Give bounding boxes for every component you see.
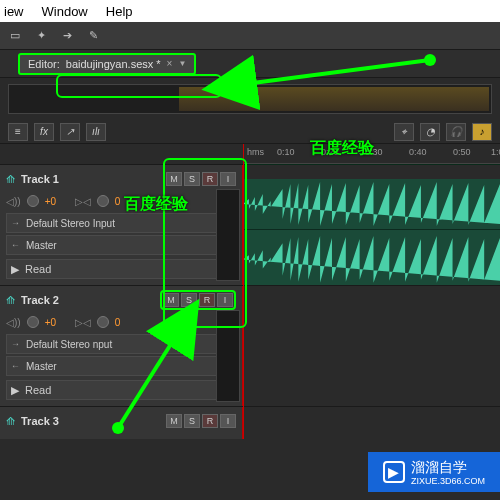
fx-button[interactable]: fx bbox=[34, 123, 54, 141]
track-lane-3[interactable] bbox=[243, 407, 500, 439]
track-name-label[interactable]: Track 3 bbox=[21, 415, 59, 427]
play-logo-icon: ▶ bbox=[383, 461, 405, 483]
tracks-container: ⟰ Track 1 M S R I ◁)) +0 ▷◁ 0 bbox=[0, 144, 500, 439]
msr-group-highlighted: M S R I bbox=[160, 290, 236, 310]
volume-knob[interactable] bbox=[27, 195, 39, 207]
solo-button[interactable]: S bbox=[181, 293, 197, 307]
metronome-icon[interactable]: ♪ bbox=[472, 123, 492, 141]
menu-view[interactable]: iew bbox=[4, 4, 24, 19]
close-icon[interactable]: × bbox=[167, 58, 173, 69]
volume-row: ◁)) +0 ▷◁ 0 bbox=[6, 312, 236, 332]
pan-value: 0 bbox=[115, 196, 139, 207]
monitor-button[interactable]: I bbox=[220, 172, 236, 186]
headphone-icon[interactable]: 🎧 bbox=[446, 123, 466, 141]
time-ruler[interactable]: hms 0:10 0:20 0:30 0:40 0:50 1:00 bbox=[243, 144, 500, 164]
play-icon: ▶ bbox=[11, 263, 19, 276]
ruler-unit-label: hms bbox=[247, 147, 264, 157]
menu-help[interactable]: Help bbox=[106, 4, 133, 19]
tool-icon-2[interactable]: ✦ bbox=[32, 27, 50, 45]
input-label: Default Stereo Input bbox=[26, 218, 211, 229]
play-icon: ▶ bbox=[11, 384, 19, 397]
level-meter bbox=[216, 310, 240, 402]
ruler-tick: 0:30 bbox=[365, 147, 383, 157]
track-header-2: ⟰ Track 2 M S R I ◁)) +0 ▷◁ 0 bbox=[0, 286, 243, 406]
mute-button[interactable]: M bbox=[166, 414, 182, 428]
pan-knob[interactable] bbox=[97, 195, 109, 207]
waveform-icon: ⟰ bbox=[6, 415, 15, 428]
tool-icon-1[interactable]: ▭ bbox=[6, 27, 24, 45]
ruler-tick: 0:40 bbox=[409, 147, 427, 157]
track-header-3: ⟰ Track 3 M S R I bbox=[0, 407, 243, 439]
volume-row: ◁)) +0 ▷◁ 0 bbox=[6, 191, 236, 211]
pan-knob[interactable] bbox=[97, 316, 109, 328]
output-arrow-icon: ← bbox=[11, 361, 20, 371]
menu-window[interactable]: Window bbox=[42, 4, 88, 19]
pencil-icon[interactable]: ✎ bbox=[84, 27, 102, 45]
waveform-left bbox=[243, 179, 500, 230]
marker-icon[interactable]: ◔ bbox=[420, 123, 440, 141]
msr-group: M S R I bbox=[166, 172, 236, 186]
audio-clip[interactable] bbox=[243, 179, 500, 285]
eq-icon[interactable]: ılı bbox=[86, 123, 106, 141]
ruler-tick: 0:50 bbox=[453, 147, 471, 157]
track-name-label[interactable]: Track 2 bbox=[21, 294, 59, 306]
track-lane-2[interactable] bbox=[243, 286, 500, 406]
track-row: ⟰ Track 2 M S R I ◁)) +0 ▷◁ 0 bbox=[0, 285, 500, 406]
editor-session-tab[interactable]: Editor: baidujingyan.sesx * × ▼ bbox=[18, 53, 196, 75]
pan-value: 0 bbox=[115, 317, 139, 328]
track-header-1: ⟰ Track 1 M S R I ◁)) +0 ▷◁ 0 bbox=[0, 165, 243, 285]
send-icon[interactable]: ↗ bbox=[60, 123, 80, 141]
watermark-badge: ▶ 溜溜自学 ZIXUE.3D66.COM bbox=[368, 452, 500, 492]
record-arm-button[interactable]: R bbox=[199, 293, 215, 307]
timeline-area: hms 0:10 0:20 0:30 0:40 0:50 1:00 glad y… bbox=[0, 144, 500, 439]
ruler-tick: 0:20 bbox=[321, 147, 339, 157]
menu-bar: iew Window Help bbox=[0, 0, 500, 22]
playhead-line[interactable] bbox=[243, 144, 244, 439]
volume-value: +0 bbox=[45, 317, 69, 328]
waveform-icon: ⟰ bbox=[6, 173, 15, 186]
volume-icon: ◁)) bbox=[6, 196, 21, 207]
track-toggle-icon[interactable]: ≡ bbox=[8, 123, 28, 141]
record-arm-button[interactable]: R bbox=[202, 172, 218, 186]
input-selector[interactable]: → Default Stereo nput bbox=[6, 334, 236, 354]
input-arrow-icon: → bbox=[11, 339, 20, 349]
top-toolbar: ▭ ✦ ➔ ✎ bbox=[0, 22, 500, 50]
output-selector[interactable]: ← Master bbox=[6, 235, 236, 255]
track-name-label[interactable]: Track 1 bbox=[21, 173, 59, 185]
level-meter bbox=[216, 189, 240, 281]
volume-value: +0 bbox=[45, 196, 69, 207]
automation-label: Read bbox=[25, 384, 51, 396]
input-arrow-icon: → bbox=[11, 218, 20, 228]
watermark-brand: 溜溜自学 bbox=[411, 459, 485, 477]
output-label: Master bbox=[26, 361, 231, 372]
mute-button[interactable]: M bbox=[166, 172, 182, 186]
track-lane-1[interactable] bbox=[243, 165, 500, 285]
waveform-right bbox=[243, 234, 500, 285]
volume-icon: ◁)) bbox=[6, 317, 21, 328]
input-label: Default Stereo nput bbox=[26, 339, 211, 350]
mute-button[interactable]: M bbox=[163, 293, 179, 307]
watermark-url: ZIXUE.3D66.COM bbox=[411, 477, 485, 486]
monitor-button[interactable]: I bbox=[220, 414, 236, 428]
solo-button[interactable]: S bbox=[184, 172, 200, 186]
automation-label: Read bbox=[25, 263, 51, 275]
monitor-button[interactable]: I bbox=[217, 293, 233, 307]
overview-strip[interactable] bbox=[8, 84, 492, 114]
track-row: ⟰ Track 1 M S R I ◁)) +0 ▷◁ 0 bbox=[0, 164, 500, 285]
pan-icon: ▷◁ bbox=[75, 196, 91, 207]
chevron-down-icon[interactable]: ▼ bbox=[178, 59, 186, 68]
record-arm-button[interactable]: R bbox=[202, 414, 218, 428]
snap-icon[interactable]: ⌖ bbox=[394, 123, 414, 141]
volume-knob[interactable] bbox=[27, 316, 39, 328]
solo-button[interactable]: S bbox=[184, 414, 200, 428]
automation-mode-selector[interactable]: ▶ Read bbox=[6, 259, 236, 279]
output-selector[interactable]: ← Master bbox=[6, 356, 236, 376]
pan-icon: ▷◁ bbox=[75, 317, 91, 328]
arrow-icon[interactable]: ➔ bbox=[58, 27, 76, 45]
msr-group: M S R I bbox=[166, 414, 236, 428]
overview-clip-region bbox=[179, 87, 489, 111]
output-arrow-icon: ← bbox=[11, 240, 20, 250]
output-label: Master bbox=[26, 240, 231, 251]
automation-mode-selector[interactable]: ▶ Read bbox=[6, 380, 236, 400]
input-selector[interactable]: → Default Stereo Input bbox=[6, 213, 236, 233]
